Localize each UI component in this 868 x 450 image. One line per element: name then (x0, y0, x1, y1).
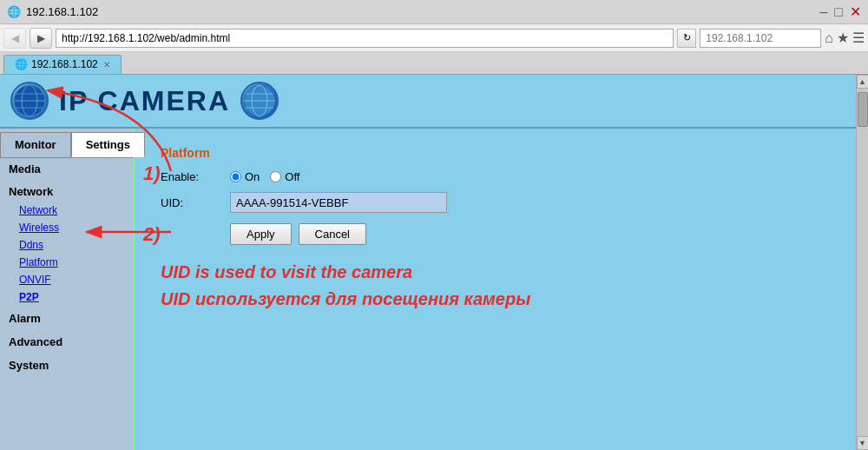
button-row: Apply Cancel (230, 223, 842, 245)
title-bar: 🌐 192.168.1.102 – □ ✕ (0, 0, 868, 24)
apply-button[interactable]: Apply (230, 223, 292, 245)
sidebar-section-alarm: Alarm (0, 308, 134, 329)
radio-on-input[interactable] (230, 171, 241, 182)
tab-label: 192.168.1.102 (31, 58, 98, 70)
back-button[interactable]: ◀ (3, 28, 26, 49)
close-button[interactable]: ✕ (850, 3, 861, 20)
search-input[interactable] (700, 29, 821, 48)
top-tabs: Monitor Settings (0, 132, 134, 158)
radio-off-input[interactable] (270, 171, 281, 182)
sidebar-item-network-group[interactable]: Network (0, 182, 134, 202)
address-bar-container: ↻ (56, 29, 696, 48)
forward-button[interactable]: ▶ (30, 28, 52, 49)
sidebar-item-onvif[interactable]: ONVIF (0, 271, 134, 288)
tab-monitor[interactable]: Monitor (0, 132, 71, 157)
sidebar-section-advanced: Advanced (0, 331, 134, 353)
title-bar-left: 🌐 192.168.1.102 (7, 5, 98, 18)
radio-on-text: On (245, 170, 260, 183)
radio-off-text: Off (285, 170, 299, 183)
page-content: Monitor Settings Media Network Network W… (0, 129, 868, 450)
enable-radio-group: On Off (230, 170, 299, 183)
sidebar-section-media: Media (0, 158, 134, 180)
sidebar-item-media[interactable]: Media (0, 158, 134, 180)
logo-bar: IP CAMERA (0, 75, 868, 129)
refresh-button[interactable]: ↻ (677, 29, 696, 48)
info-text: UID is used to visit the camera UID испо… (161, 262, 842, 309)
section-title: Platform (161, 146, 842, 160)
platform-section: Platform Enable: On Off UID: (161, 146, 842, 245)
page-favicon: 🌐 (7, 5, 21, 18)
sidebar-item-p2p[interactable]: P2P (0, 288, 134, 306)
radio-on-label[interactable]: On (230, 170, 260, 183)
uid-input[interactable] (230, 192, 447, 213)
sidebar-section-network: Network Network Wireless Ddns Platform O… (0, 182, 134, 306)
info-line-english: UID is used to visit the camera (161, 262, 842, 282)
sidebar-item-network[interactable]: Network (0, 202, 134, 219)
radio-off-label[interactable]: Off (270, 170, 299, 183)
sidebar: Monitor Settings Media Network Network W… (0, 129, 135, 450)
minimize-button[interactable]: – (819, 4, 827, 20)
star-icon[interactable]: ★ (837, 30, 849, 46)
address-input[interactable] (56, 29, 674, 48)
scroll-thumb[interactable] (858, 92, 868, 127)
sidebar-item-advanced[interactable]: Advanced (0, 331, 134, 353)
home-icon[interactable]: ⌂ (825, 30, 833, 46)
page-title: 192.168.1.102 (26, 5, 98, 18)
sidebar-item-system[interactable]: System (0, 354, 134, 376)
window-controls[interactable]: – □ ✕ (819, 3, 861, 20)
scrollbar[interactable]: ▲ ▼ (856, 75, 868, 450)
info-line-russian: UID используется для посещения камеры (161, 289, 842, 309)
logo-globe-left (10, 82, 49, 120)
main-area: 1) 2) Platform Enable: (135, 129, 868, 450)
enable-row: Enable: On Off (161, 170, 842, 183)
logo-text: IP CAMERA (59, 85, 230, 117)
uid-row: UID: (161, 192, 842, 213)
nav-bar: ◀ ▶ ↻ ⌂ ★ ☰ (0, 24, 868, 52)
tab-close-button[interactable]: ✕ (103, 60, 110, 69)
sidebar-item-ddns[interactable]: Ddns (0, 236, 134, 254)
cancel-button[interactable]: Cancel (299, 223, 366, 245)
tab-bar: 🌐 192.168.1.102 ✕ (0, 52, 868, 75)
browser-tab-active[interactable]: 🌐 192.168.1.102 ✕ (3, 55, 122, 74)
sidebar-item-alarm[interactable]: Alarm (0, 308, 134, 329)
settings-icon[interactable]: ☰ (852, 30, 865, 46)
scroll-up-button[interactable]: ▲ (857, 75, 869, 89)
scroll-down-button[interactable]: ▼ (857, 436, 869, 450)
tab-settings[interactable]: Settings (71, 132, 145, 157)
sidebar-item-platform[interactable]: Platform (0, 254, 134, 271)
sidebar-section-system: System (0, 354, 134, 376)
uid-label: UID: (161, 196, 230, 209)
logo-globe-right (240, 82, 279, 120)
enable-label: Enable: (161, 170, 230, 183)
sidebar-item-wireless[interactable]: Wireless (0, 219, 134, 236)
maximize-button[interactable]: □ (834, 4, 843, 20)
tab-favicon: 🌐 (15, 58, 28, 70)
